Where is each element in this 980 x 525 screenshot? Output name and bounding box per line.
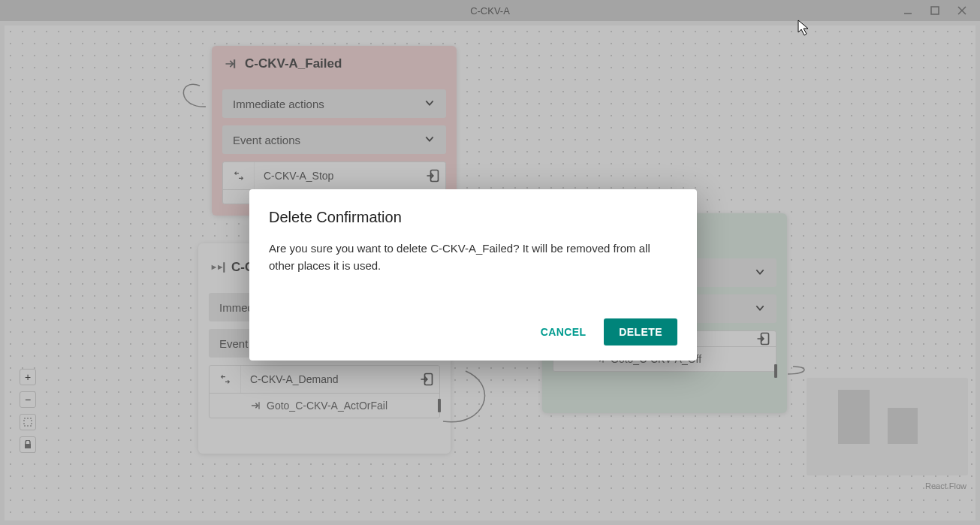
dialog-actions: CANCEL DELETE (269, 318, 677, 345)
mouse-cursor-icon (798, 20, 811, 36)
dialog-body: Are you sure you want to delete C-CKV-A_… (269, 240, 677, 275)
cancel-button[interactable]: CANCEL (530, 318, 597, 345)
delete-confirmation-dialog: Delete Confirmation Are you sure you wan… (249, 189, 697, 361)
delete-button[interactable]: DELETE (604, 318, 677, 345)
dialog-title: Delete Confirmation (269, 209, 677, 226)
